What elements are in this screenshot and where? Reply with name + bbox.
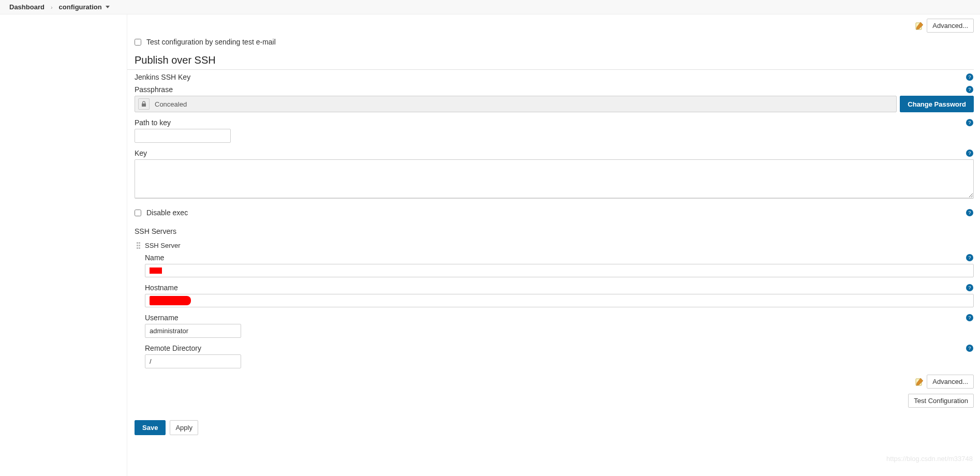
svg-text:?: ? [968, 285, 971, 290]
svg-text:?: ? [968, 120, 971, 125]
server-remote-dir-label: Remote Directory [145, 344, 201, 352]
passphrase-label: Passphrase [135, 85, 173, 94]
notepad-icon [915, 378, 924, 386]
help-icon[interactable]: ? [966, 149, 974, 157]
help-icon[interactable]: ? [966, 85, 974, 94]
server-name-label: Name [145, 254, 164, 262]
ssh-servers-label: SSH Servers [127, 222, 980, 237]
jenkins-ssh-key-label: Jenkins SSH Key [135, 73, 190, 81]
help-icon[interactable]: ? [966, 209, 974, 217]
svg-text:?: ? [968, 346, 971, 351]
apply-button[interactable]: Apply [170, 420, 198, 435]
svg-text:?: ? [968, 151, 971, 156]
svg-text:?: ? [968, 255, 971, 260]
server-username-label: Username [145, 314, 179, 322]
disable-exec-checkbox[interactable] [135, 210, 141, 216]
ssh-server-title: SSH Server [145, 242, 181, 249]
test-email-label: Test configuration by sending test e-mai… [146, 38, 276, 46]
chevron-down-icon [106, 6, 110, 8]
path-to-key-label: Path to key [135, 118, 171, 127]
help-icon[interactable]: ? [966, 254, 974, 262]
section-title-publish-ssh: Publish over SSH [127, 51, 974, 70]
watermark: https://blog.csdn.net/m33748 [886, 455, 973, 463]
key-textarea[interactable] [135, 159, 974, 199]
server-hostname-label: Hostname [145, 284, 178, 292]
key-label: Key [135, 149, 147, 157]
save-button[interactable]: Save [135, 420, 166, 435]
chevron-right-icon: › [51, 4, 53, 10]
breadcrumb-dashboard[interactable]: Dashboard [9, 3, 44, 11]
lock-icon [138, 98, 150, 110]
advanced-button-top[interactable]: Advanced... [927, 19, 974, 33]
server-name-input[interactable] [145, 264, 974, 277]
svg-text:?: ? [968, 87, 971, 92]
notepad-icon [915, 22, 924, 30]
help-icon[interactable]: ? [966, 118, 974, 127]
breadcrumb-configuration[interactable]: configuration [59, 3, 110, 11]
change-password-button[interactable]: Change Password [900, 96, 974, 112]
path-to-key-input[interactable] [135, 129, 231, 143]
left-gutter [0, 14, 127, 476]
breadcrumb: Dashboard › configuration [0, 0, 980, 14]
redacted-value [150, 296, 191, 305]
svg-text:?: ? [968, 75, 971, 80]
server-hostname-input[interactable] [145, 294, 974, 307]
help-icon[interactable]: ? [966, 344, 974, 352]
test-configuration-button[interactable]: Test Configuration [908, 394, 974, 408]
server-advanced-button[interactable]: Advanced... [927, 375, 974, 389]
passphrase-field: Concealed [135, 96, 897, 112]
redacted-value [150, 267, 162, 274]
passphrase-value: Concealed [155, 100, 187, 108]
svg-text:?: ? [968, 315, 971, 320]
svg-text:?: ? [968, 210, 971, 215]
disable-exec-label: Disable exec [146, 209, 188, 217]
help-icon[interactable]: ? [966, 284, 974, 292]
server-username-input[interactable] [145, 324, 241, 338]
breadcrumb-configuration-label: configuration [59, 3, 102, 11]
help-icon[interactable]: ? [966, 314, 974, 322]
server-remote-dir-input[interactable] [145, 354, 241, 368]
drag-handle-icon[interactable] [137, 242, 142, 249]
test-email-checkbox[interactable] [135, 39, 141, 46]
help-icon[interactable]: ? [966, 73, 974, 81]
